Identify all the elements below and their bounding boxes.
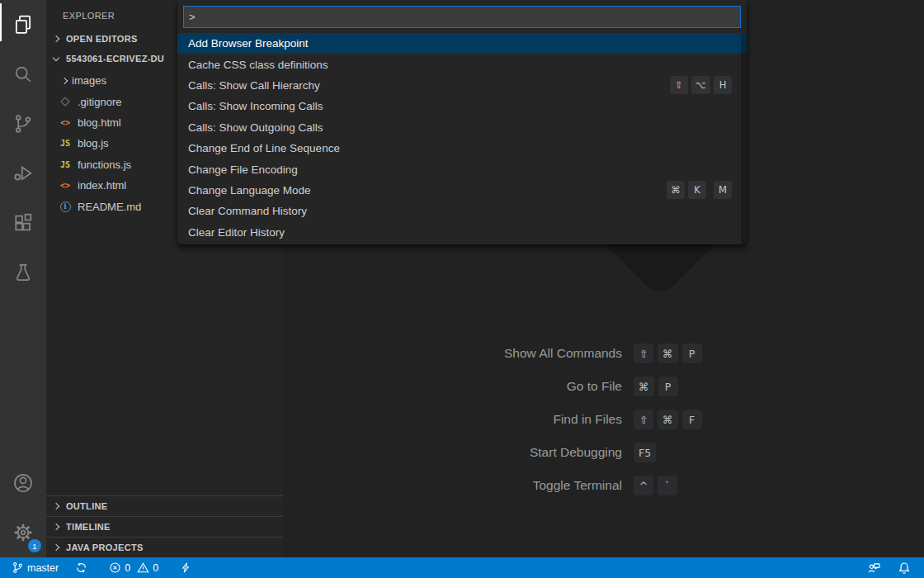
feedback-status-item[interactable]: [862, 561, 886, 575]
html-glyph: <>: [60, 181, 70, 190]
palette-item[interactable]: Add Browser Breakpoint: [177, 33, 747, 54]
palette-item[interactable]: Change Language Mode⌘KM: [177, 180, 747, 201]
lightning-icon: [180, 561, 191, 574]
tree-item-label: README.md: [78, 201, 141, 213]
key-group: ⌘K: [667, 181, 706, 199]
palette-item-keybinding: ⌘KM: [667, 181, 732, 199]
shortcut-label: Go to File: [567, 379, 622, 394]
shortcut-keys: ⇧⌘P: [634, 343, 706, 363]
palette-item-label: Clear Editor History: [188, 226, 732, 239]
key-badge: ⌘: [658, 410, 678, 429]
palette-item-label: Calls: Show Call Hierarchy: [188, 79, 670, 92]
vscode-window: 1 EXPLORER OPEN EDITORS 5543061-ECRIVEZ-…: [0, 0, 924, 578]
key-badge: ⇧: [670, 76, 688, 94]
chevron-right-icon: [61, 77, 68, 83]
command-palette: Add Browser BreakpointCache CSS class de…: [177, 0, 747, 244]
shortcut-label: Toggle Terminal: [533, 478, 622, 493]
command-palette-input[interactable]: [183, 6, 741, 28]
settings-badge: 1: [28, 539, 41, 552]
palette-item[interactable]: Calls: Show Incoming Calls: [177, 96, 747, 116]
activity-extensions-button[interactable]: [0, 198, 46, 248]
tree-item-label: index.html: [78, 179, 126, 192]
palette-item[interactable]: Calls: Show Outgoing Calls: [177, 117, 747, 138]
palette-item[interactable]: Clear Editor History: [177, 222, 747, 243]
shortcut-row: Go to File⌘P: [504, 377, 706, 396]
activity-settings-button[interactable]: 1: [0, 508, 46, 557]
warning-icon: [137, 561, 149, 574]
shortcut-row: Toggle Terminal^`: [504, 476, 706, 495]
key-badge: ⌘: [658, 343, 678, 363]
key-badge: K: [688, 181, 706, 199]
activity-bar-spacer: [0, 297, 46, 458]
open-editors-label: OPEN EDITORS: [66, 34, 138, 44]
key-badge: ⌥: [691, 76, 710, 94]
tree-item-label: images: [72, 74, 106, 87]
shortcut-keys: F5: [634, 443, 706, 462]
status-bar: master 0: [0, 557, 924, 578]
pane-header-outline[interactable]: OUTLINE: [46, 495, 283, 516]
key-badge: F5: [634, 443, 656, 462]
activity-testing-button[interactable]: [0, 248, 46, 297]
notifications-status-item[interactable]: [893, 561, 916, 575]
root-folder-label: 5543061-ECRIVEZ-DU: [66, 54, 164, 64]
key-badge: ⌘: [667, 181, 685, 199]
sync-icon: [75, 561, 87, 574]
testing-icon: [12, 261, 35, 284]
activity-bar: 1: [0, 0, 46, 557]
palette-item[interactable]: Change File Encoding: [177, 159, 747, 179]
pane-header-java-projects[interactable]: JAVA PROJECTS: [46, 537, 283, 557]
tree-item-label: blog.html: [78, 116, 121, 129]
palette-item[interactable]: Clear Command History: [177, 201, 747, 221]
problems-status-item[interactable]: 0 0: [104, 561, 163, 574]
activity-explorer-button[interactable]: [0, 0, 46, 50]
key-badge: ^: [634, 476, 653, 495]
explorer-icon: [12, 13, 35, 36]
palette-item[interactable]: Change End of Line Sequence: [177, 138, 747, 159]
status-bar-left: master 0: [0, 561, 196, 574]
shortcut-label: Show All Commands: [504, 346, 622, 361]
palette-item-label: Cache CSS class definitions: [188, 59, 732, 71]
shortcut-row: Find in Files⇧⌘F: [504, 410, 706, 429]
html-icon: <>: [58, 118, 73, 127]
branch-name: master: [27, 562, 59, 574]
activity-source-control-button[interactable]: [0, 99, 46, 149]
shortcut-label: Start Debugging: [530, 445, 622, 460]
activity-accounts-button[interactable]: [0, 458, 46, 508]
palette-scrollbar[interactable]: [741, 33, 747, 244]
pane-header-label: JAVA PROJECTS: [66, 542, 144, 552]
shortcut-row: Start DebuggingF5: [504, 443, 706, 462]
palette-item[interactable]: Cache CSS class definitions: [177, 54, 747, 74]
palette-item-label: Calls: Show Outgoing Calls: [188, 121, 732, 134]
run-debug-icon: [12, 162, 35, 185]
sync-status-item[interactable]: [70, 561, 92, 574]
activity-search-button[interactable]: [0, 50, 46, 99]
error-icon: [109, 561, 121, 574]
html-glyph: <>: [60, 118, 70, 127]
pane-header-timeline[interactable]: TIMELINE: [46, 516, 283, 537]
chevron-right-icon: [53, 503, 59, 509]
palette-item-label: Add Browser Breakpoint: [188, 37, 732, 50]
status-bar-right: [862, 561, 924, 575]
branch-status-item[interactable]: master: [7, 561, 64, 574]
palette-item-label: Change File Encoding: [188, 163, 732, 176]
bell-icon: [898, 561, 911, 575]
key-group: M: [714, 181, 732, 199]
chevron-right-icon: [53, 524, 59, 530]
lightning-status-item[interactable]: [175, 561, 196, 574]
key-badge: ⇧: [634, 410, 653, 429]
palette-item-keybinding: ⇧⌥H: [670, 76, 732, 94]
key-badge: F: [682, 410, 702, 429]
key-badge: ⌘: [634, 377, 654, 396]
key-badge: P: [658, 377, 678, 396]
key-badge: P: [682, 343, 702, 363]
chevron-down-icon: [53, 54, 59, 60]
activity-run-debug-button[interactable]: [0, 149, 46, 198]
tree-item-label: blog.js: [78, 137, 109, 149]
key-badge: H: [714, 76, 732, 94]
palette-item-label: Clear Command History: [188, 205, 732, 217]
error-count: 0: [125, 562, 130, 574]
feedback-icon: [867, 561, 881, 575]
watermark-shortcuts: Show All Commands⇧⌘PGo to File⌘PFind in …: [504, 343, 706, 495]
palette-item[interactable]: Calls: Show Call Hierarchy⇧⌥H: [177, 75, 747, 96]
sidebar-bottom-panes: OUTLINETIMELINEJAVA PROJECTS: [46, 495, 283, 557]
